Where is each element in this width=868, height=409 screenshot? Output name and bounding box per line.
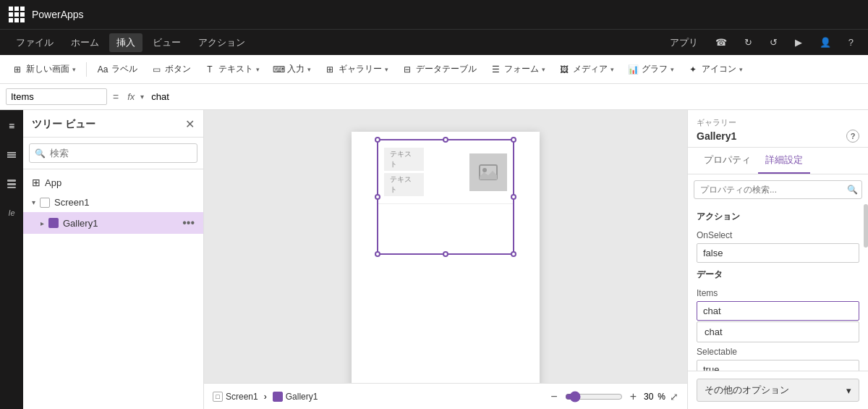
other-options-button[interactable]: その他のオプション ▾ [697,379,859,402]
breadcrumb-screen1[interactable]: □ Screen1 [213,392,258,402]
onselect-input[interactable] [697,243,859,263]
zoom-plus-button[interactable]: + [627,389,639,405]
help-button[interactable]: ? [846,130,859,143]
tree-item-app[interactable]: ⊞ App [23,172,203,193]
menu-insert[interactable]: 挿入 [109,33,142,52]
input-button[interactable]: ⌨ 入力 ▾ [267,60,317,78]
main-layout: ≡ Ie ツリー ビュー ✕ 🔍 [0,110,868,409]
app-btn[interactable]: アプリ [664,33,704,52]
tree-items: ⊞ App ▾ Screen1 ▸ Gallery1 ••• [23,169,203,409]
formula-input[interactable] [147,89,862,104]
right-panel-breadcrumb: ギャラリー [697,117,859,128]
selectable-input[interactable] [697,360,859,371]
tree-search-input[interactable] [29,143,197,163]
chart-icon: 📊 [627,64,639,75]
tree-header: ツリー ビュー ✕ [23,110,203,138]
user-btn[interactable]: 👤 [814,34,837,51]
more-options-icon[interactable]: ••• [182,216,195,229]
zoom-expand-button[interactable]: ⤢ [670,391,678,402]
canvas-breadcrumb: □ Screen1 › Gallery1 [213,392,318,402]
media-button[interactable]: 🖼 メディア ▾ [553,60,620,78]
chevron-down-icon: ▾ [542,66,545,73]
zoom-slider[interactable] [565,391,623,402]
svg-rect-2 [7,156,16,158]
button-button[interactable]: ▭ ボタン [145,60,197,78]
breadcrumb-gallery1[interactable]: Gallery1 [273,392,318,402]
chevron-down-icon: ▾ [307,66,311,73]
zoom-minus-button[interactable]: − [548,389,560,405]
gallery-button[interactable]: ⊞ ギャラリー ▾ [318,60,394,78]
items-input[interactable] [697,301,859,321]
chevron-down-icon: ▾ [32,198,35,206]
menu-file[interactable]: ファイル [9,33,61,52]
formula-chevron-icon[interactable]: ▾ [140,93,144,101]
label-button[interactable]: Aa ラベル [91,60,143,78]
menu-view[interactable]: ビュー [145,33,188,52]
redo-btn[interactable]: ↺ [764,34,783,51]
menubar: ファイル ホーム 挿入 ビュー アクション アプリ ☎ ↻ ↺ ▶ 👤 ? [0,29,868,55]
chart-button[interactable]: 📊 グラフ ▾ [621,60,680,78]
media-btn-label: メディア [573,63,608,75]
grid-icon[interactable] [9,7,25,22]
label-btn-label: ラベル [111,63,137,75]
chevron-down-icon: ▾ [610,66,614,73]
new-screen-label: 新しい画面 [26,63,69,75]
database-icon-btn[interactable] [1,174,22,194]
help-btn[interactable]: ? [843,34,859,51]
screen-icon [40,198,50,208]
gallery-icon: ⊞ [324,64,336,75]
tree-close-button[interactable]: ✕ [185,117,195,131]
form-button[interactable]: ☰ フォーム ▾ [484,60,551,78]
icon-icon: ✦ [687,64,699,75]
formulabar: = fx ▾ [0,84,868,110]
tab-properties[interactable]: プロパティ [697,148,758,174]
svg-rect-0 [7,152,16,153]
play-btn[interactable]: ▶ [789,34,808,51]
handle-bl[interactable] [375,251,380,257]
property-search-input[interactable] [694,180,862,199]
handle-ml[interactable] [375,194,380,200]
gallery-widget[interactable]: テキスト テキスト [377,139,514,255]
tree-item-screen1[interactable]: ▾ Screen1 [23,193,203,212]
handle-tl[interactable] [375,137,380,143]
search-icon: 🔍 [847,185,858,195]
handle-tm[interactable] [443,137,448,143]
datatable-button[interactable]: ⊟ データテーブル [396,60,482,78]
handle-br[interactable] [511,251,516,257]
right-panel-search: 🔍 [688,174,868,205]
svg-rect-3 [7,180,16,182]
dropdown-item-chat[interactable]: chat [697,322,859,342]
undo-btn[interactable]: ↻ [739,34,758,51]
right-panel-component-name: Gallery1 [697,130,736,142]
tree-screen1-label: Screen1 [54,197,89,208]
menu-action[interactable]: アクション [191,33,252,52]
right-panel-title: Gallery1 ? [697,130,859,143]
items-dropdown[interactable]: chat [697,321,859,342]
chevron-down-icon: ▾ [739,66,743,73]
handle-tr[interactable] [511,137,516,143]
scrollbar-thumb[interactable] [864,204,868,248]
toolbar: ⊞ 新しい画面 ▾ Aa ラベル ▭ ボタン T テキスト ▾ ⌨ 入力 ▾ ⊞… [0,55,868,84]
menu-home[interactable]: ホーム [64,33,106,52]
chevron-down-icon: ▾ [72,66,76,73]
canvas-area[interactable]: テキスト テキスト □ Screen1 › [204,110,687,409]
new-screen-button[interactable]: ⊞ 新しい画面 ▾ [6,60,82,78]
ie-icon-btn[interactable]: Ie [1,203,22,223]
gallery-item-image [469,153,507,191]
gallery-btn-label: ギャラリー [339,63,382,75]
tab-advanced[interactable]: 詳細設定 [758,148,810,174]
form-btn-label: フォーム [504,63,539,75]
button-icon: ▭ [150,64,162,75]
hamburger-icon-btn[interactable]: ≡ [1,116,22,136]
form-icon: ☰ [490,64,501,75]
layers-icon-btn[interactable] [1,145,22,165]
chevron-down-icon: ▾ [846,385,851,396]
zoom-controls: − + 30 % ⤢ [548,389,678,405]
handle-mr[interactable] [511,194,516,200]
icon-button[interactable]: ✦ アイコン ▾ [681,60,749,78]
handle-bm[interactable] [443,251,448,257]
text-button[interactable]: T テキスト ▾ [198,60,265,78]
phone-btn[interactable]: ☎ [710,34,733,51]
tree-item-gallery1[interactable]: ▸ Gallery1 ••• [23,212,203,234]
formula-name-input[interactable] [6,88,107,105]
